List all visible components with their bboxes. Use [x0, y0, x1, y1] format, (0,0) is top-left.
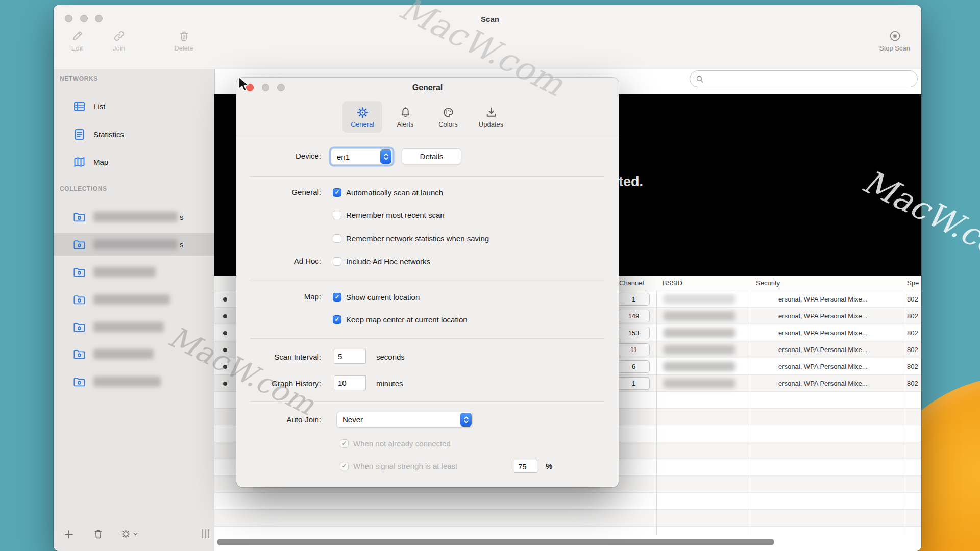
close-button[interactable]: [65, 15, 72, 22]
checkbox-checked-icon[interactable]: [333, 188, 341, 197]
option-remember-scan[interactable]: Remember most recent scan: [333, 207, 445, 222]
signal-strength-input[interactable]: [514, 460, 537, 473]
action-menu-button[interactable]: [120, 528, 138, 540]
auto-join-popup[interactable]: Never: [336, 412, 473, 428]
column-header-bssid[interactable]: BSSID: [663, 276, 682, 291]
network-color-dot: [223, 297, 227, 302]
tab-updates[interactable]: Updates: [471, 101, 511, 133]
collection-label-redacted: [93, 349, 154, 359]
checkbox-unchecked-icon[interactable]: [333, 257, 341, 266]
option-label: Keep map center at current location: [346, 315, 468, 324]
details-button[interactable]: Details: [402, 148, 461, 164]
checkbox-checked-icon[interactable]: [333, 293, 341, 302]
sidebar-item-statistics[interactable]: Statistics: [54, 123, 214, 145]
checkbox-unchecked-icon[interactable]: [333, 211, 341, 219]
checkbox-checked-icon: [340, 439, 349, 448]
remove-collection-button[interactable]: [92, 528, 104, 540]
channel-cell: 1: [618, 377, 650, 390]
device-label: Device:: [236, 152, 321, 160]
channel-cell: 1: [618, 293, 650, 306]
collection-item[interactable]: [54, 370, 214, 393]
collection-item-selected[interactable]: s: [54, 233, 214, 256]
preferences-dialog: General General Alerts Colors Updates De…: [236, 78, 619, 487]
horizontal-scrollbar[interactable]: [217, 539, 774, 545]
option-label: When signal strengh is at least: [353, 462, 457, 470]
security-cell: ersonal, WPA Personal Mixe...: [778, 358, 903, 375]
option-remember-stats[interactable]: Remember network statistics when saving: [333, 231, 489, 246]
checkbox-checked-icon[interactable]: [333, 315, 341, 324]
stop-scan-button[interactable]: Stop Scan: [875, 30, 914, 52]
networks-header: NETWORKS: [60, 75, 98, 82]
download-icon: [485, 106, 498, 119]
tab-general[interactable]: General: [342, 101, 382, 133]
column-header-speed[interactable]: Spe: [907, 276, 919, 291]
edit-button[interactable]: Edit: [64, 30, 90, 52]
bell-icon: [399, 106, 412, 119]
collection-item[interactable]: [54, 343, 214, 365]
divider: [236, 135, 619, 135]
tab-colors[interactable]: Colors: [428, 101, 468, 133]
smart-folder-icon: [72, 320, 86, 334]
security-cell: ersonal, WPA Personal Mixe...: [778, 308, 903, 324]
network-color-dot: [223, 382, 227, 386]
collection-item[interactable]: [54, 261, 214, 283]
stop-scan-label: Stop Scan: [879, 45, 910, 52]
list-grid-icon: [72, 99, 86, 113]
checkbox-unchecked-icon[interactable]: [333, 234, 341, 243]
security-cell: ersonal, WPA Personal Mixe...: [778, 291, 903, 308]
bssid-redacted: [664, 379, 735, 388]
map-label: Map:: [236, 292, 321, 301]
zoom-button[interactable]: [95, 15, 103, 22]
pencil-icon: [71, 30, 84, 42]
sidebar-item-map[interactable]: Map: [54, 151, 214, 173]
option-auto-scan[interactable]: Automatically scan at launch: [333, 185, 443, 200]
scan-interval-unit: seconds: [376, 353, 405, 361]
smart-folder-icon: [72, 293, 86, 307]
auto-join-label: Auto-Join:: [236, 415, 321, 424]
bssid-redacted: [664, 311, 735, 321]
column-header-security[interactable]: Security: [756, 276, 780, 291]
column-header-channel[interactable]: Channel: [619, 276, 644, 291]
option-signal-strength: When signal strengh is at least: [340, 458, 457, 473]
speed-cell: 802: [907, 375, 921, 392]
scan-interval-input[interactable]: [334, 349, 366, 364]
speed-cell: 802: [907, 308, 921, 324]
tab-alerts-label: Alerts: [397, 120, 413, 128]
divider: [250, 279, 605, 279]
search-field[interactable]: [690, 70, 918, 87]
option-keep-center[interactable]: Keep map center at current location: [333, 312, 468, 327]
smart-folder-icon: [72, 265, 86, 279]
graph-history-unit: minutes: [376, 379, 403, 388]
add-collection-button[interactable]: [63, 528, 75, 540]
scan-interval-label: Scan Interval:: [236, 353, 321, 361]
speed-cell: 802: [907, 291, 921, 308]
sidebar-item-list[interactable]: List: [54, 95, 214, 117]
collections-header: COLLECTIONS: [60, 185, 107, 192]
delete-label: Delete: [174, 45, 193, 52]
auto-join-popup-value: Never: [337, 415, 460, 424]
edit-label: Edit: [71, 45, 83, 52]
bssid-redacted: [664, 362, 735, 371]
device-popup[interactable]: en1: [331, 148, 393, 165]
join-button[interactable]: Join: [106, 30, 132, 52]
statistics-icon: [72, 128, 86, 141]
delete-button[interactable]: Delete: [168, 30, 199, 52]
gear-icon: [356, 106, 369, 119]
tab-alerts[interactable]: Alerts: [385, 101, 425, 133]
minimize-button[interactable]: [80, 15, 88, 22]
sidebar-resize-handle[interactable]: [202, 529, 209, 538]
graph-history-label: Graph History:: [236, 379, 321, 388]
collection-item[interactable]: [54, 316, 214, 338]
window-title: Scan: [457, 15, 523, 23]
search-icon: [695, 74, 704, 84]
graph-history-input[interactable]: [334, 375, 366, 390]
stop-icon: [889, 30, 901, 42]
sidebar-item-label: List: [93, 102, 105, 111]
collection-item[interactable]: [54, 288, 214, 311]
option-label: Include Ad Hoc networks: [346, 257, 430, 266]
search-input[interactable]: [707, 74, 912, 84]
option-label: Remember network statistics when saving: [346, 234, 489, 243]
collection-item[interactable]: s: [54, 206, 214, 228]
option-adhoc[interactable]: Include Ad Hoc networks: [333, 254, 430, 269]
option-show-location[interactable]: Show current location: [333, 289, 420, 305]
